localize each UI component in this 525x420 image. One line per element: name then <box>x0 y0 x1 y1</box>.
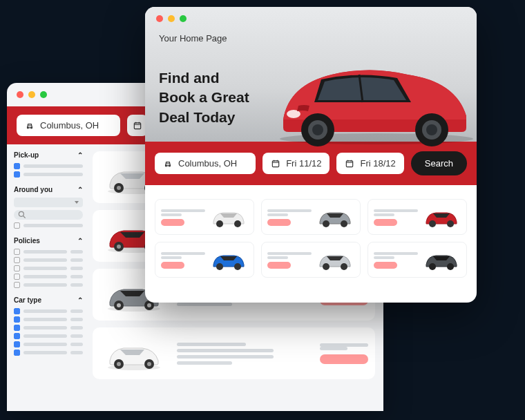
chevron-up-icon: ⌃ <box>77 237 83 245</box>
checkbox-icon <box>14 249 20 255</box>
checkbox-icon <box>14 350 20 356</box>
checkbox-icon <box>14 333 20 339</box>
svg-rect-35 <box>347 160 353 166</box>
filter-option[interactable] <box>14 308 83 314</box>
close-icon[interactable] <box>17 91 23 98</box>
minimize-icon[interactable] <box>168 15 175 22</box>
checkbox-icon <box>14 308 20 314</box>
svg-point-31 <box>287 110 300 118</box>
svg-point-30 <box>426 124 437 135</box>
price-badge <box>161 219 184 226</box>
date-text: Fri 18/12 <box>360 158 395 169</box>
search-button[interactable]: Search <box>411 151 467 175</box>
filter-title: Around you <box>14 186 52 193</box>
deal-card[interactable] <box>368 242 467 278</box>
deal-card[interactable] <box>368 199 467 235</box>
deals-grid <box>145 185 477 292</box>
date-text: Fri 11/12 <box>286 158 321 169</box>
calendar-icon <box>133 121 142 131</box>
calendar-icon <box>345 159 354 169</box>
maximize-icon[interactable] <box>180 15 187 22</box>
checkbox-icon <box>14 163 20 169</box>
svg-point-43 <box>234 263 241 270</box>
svg-point-44 <box>323 263 330 270</box>
filter-header[interactable]: Car type ⌃ <box>14 296 83 304</box>
filter-around-you: Around you ⌃ <box>14 186 83 229</box>
filters-sidebar: Pick-up ⌃ Around you ⌃ Polici <box>7 144 90 386</box>
svg-point-16 <box>117 303 121 307</box>
filter-pickup: Pick-up ⌃ <box>14 151 83 178</box>
filter-header[interactable]: Around you ⌃ <box>14 186 83 193</box>
svg-point-42 <box>216 263 223 270</box>
filter-option[interactable] <box>14 249 83 255</box>
car-image <box>99 334 169 372</box>
minimize-icon[interactable] <box>28 91 35 98</box>
search-input[interactable] <box>14 210 83 220</box>
car-image <box>316 205 354 229</box>
price-badge <box>267 262 291 269</box>
filter-option[interactable] <box>14 325 83 331</box>
chevron-up-icon: ⌃ <box>77 186 83 193</box>
car-icon <box>163 159 173 169</box>
checkbox-icon <box>14 316 20 323</box>
location-input[interactable]: Columbus, OH <box>155 153 256 174</box>
svg-point-38 <box>323 220 330 227</box>
filter-option[interactable] <box>14 341 83 347</box>
checkbox-icon <box>14 265 20 271</box>
filter-option[interactable] <box>14 171 83 178</box>
search-icon <box>17 210 27 220</box>
svg-point-40 <box>429 220 436 227</box>
chevron-up-icon: ⌃ <box>77 151 83 159</box>
checkbox-icon <box>14 222 20 229</box>
filter-policies: Policies ⌃ <box>14 237 83 288</box>
filter-option[interactable] <box>14 274 83 280</box>
dropdown[interactable] <box>14 198 83 207</box>
car-image <box>316 248 354 271</box>
svg-point-3 <box>19 211 23 216</box>
car-image <box>209 248 248 271</box>
svg-point-18 <box>147 303 151 307</box>
hero: Your Home Page Find and Book a Great Dea… <box>145 7 477 142</box>
filter-option[interactable] <box>14 222 83 229</box>
filter-option[interactable] <box>14 265 83 271</box>
maximize-icon[interactable] <box>40 91 47 98</box>
filter-option[interactable] <box>14 316 83 323</box>
filter-header[interactable]: Pick-up ⌃ <box>14 151 83 159</box>
return-date-input[interactable]: Fri 18/12 <box>336 153 403 174</box>
filter-option[interactable] <box>14 282 83 288</box>
filter-title: Policies <box>14 237 40 245</box>
svg-point-46 <box>429 263 436 270</box>
deal-card[interactable] <box>261 242 361 278</box>
car-icon <box>25 121 35 131</box>
deal-card[interactable] <box>261 199 361 235</box>
filter-option[interactable] <box>14 163 83 169</box>
pickup-date-input[interactable]: Fri 11/12 <box>262 153 330 174</box>
car-image <box>209 205 248 229</box>
price-badge <box>267 219 291 226</box>
checkbox-icon <box>14 282 20 288</box>
car-image <box>422 248 461 271</box>
chevron-up-icon: ⌃ <box>77 296 83 304</box>
close-icon[interactable] <box>156 15 163 22</box>
deal-card[interactable] <box>155 242 254 278</box>
svg-point-41 <box>447 220 454 227</box>
price-badge <box>161 262 184 269</box>
fg-search-bar: Columbus, OH Fri 11/12 Fri 18/12 Search <box>145 142 477 185</box>
deal-card[interactable] <box>155 199 254 235</box>
svg-point-39 <box>341 220 347 227</box>
checkbox-icon <box>14 341 20 347</box>
result-card[interactable] <box>93 327 375 379</box>
price-badge <box>374 262 397 269</box>
filter-option[interactable] <box>14 257 83 263</box>
checkbox-icon <box>14 325 20 331</box>
svg-point-6 <box>117 186 121 190</box>
filter-option[interactable] <box>14 333 83 339</box>
filter-option[interactable] <box>14 350 83 356</box>
car-image <box>422 205 461 229</box>
checkbox-icon <box>14 171 20 178</box>
filter-header[interactable]: Policies ⌃ <box>14 237 83 245</box>
hero-car-image <box>256 37 477 147</box>
location-input[interactable]: Columbus, OH <box>17 115 120 136</box>
svg-point-23 <box>147 362 151 366</box>
filter-title: Pick-up <box>14 151 39 159</box>
